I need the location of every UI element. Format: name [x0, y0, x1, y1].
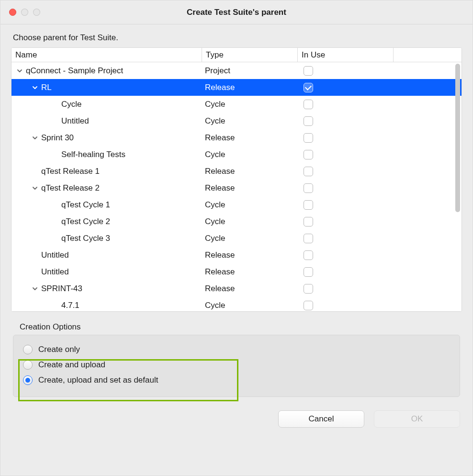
column-header-type[interactable]: Type [202, 48, 298, 62]
inuse-checkbox[interactable] [304, 100, 313, 109]
tree-row[interactable]: qTest Release 2Release [11, 180, 462, 196]
inuse-checkbox[interactable] [304, 250, 313, 260]
radio-label: Create and upload [38, 360, 105, 370]
inuse-checkbox[interactable] [304, 234, 313, 243]
dialog-footer: Cancel OK [0, 397, 473, 428]
radio-icon[interactable] [23, 345, 33, 354]
table-header: Name Type In Use [11, 48, 462, 62]
inuse-checkbox[interactable] [304, 167, 313, 176]
row-label: Cycle [61, 100, 82, 109]
tree-row[interactable]: qTest Cycle 1Cycle [11, 196, 462, 213]
tree-row[interactable]: UntitledRelease [11, 263, 462, 280]
titlebar: Create Test Suite's parent [0, 0, 473, 24]
row-label: qTest Cycle 3 [61, 234, 110, 243]
inuse-checkbox[interactable] [304, 183, 313, 193]
row-label: 4.7.1 [61, 301, 79, 310]
table-body[interactable]: qConnect - Sample ProjectProjectRLReleas… [11, 62, 462, 312]
row-label: qTest Release 1 [41, 167, 100, 176]
row-type: Release [202, 250, 298, 260]
row-type: Release [202, 284, 298, 294]
row-type: Release [202, 267, 298, 277]
creation-options-label: Creation Options [0, 312, 473, 335]
row-type: Release [202, 183, 298, 193]
tree-row[interactable]: Self-healing TestsCycle [11, 146, 462, 163]
window-controls [9, 9, 40, 16]
dialog-window: Create Test Suite's parent Choose parent… [0, 0, 473, 476]
chevron-down-icon[interactable] [32, 185, 38, 192]
inuse-checkbox[interactable] [304, 66, 313, 76]
chevron-down-icon[interactable] [32, 285, 38, 292]
radio-label: Create, upload and set as default [38, 375, 158, 385]
radio-option[interactable]: Create only [22, 342, 451, 357]
chevron-down-icon[interactable] [32, 135, 38, 141]
row-type: Project [202, 66, 298, 76]
radio-label: Create only [38, 345, 80, 354]
row-label: qTest Cycle 1 [61, 200, 110, 210]
creation-options-group: Create onlyCreate and uploadCreate, uplo… [13, 335, 460, 397]
tree-row[interactable]: CycleCycle [11, 96, 462, 113]
row-label: qTest Release 2 [41, 183, 100, 193]
inuse-checkbox[interactable] [304, 200, 313, 210]
cancel-button[interactable]: Cancel [278, 410, 364, 428]
chevron-down-icon[interactable] [32, 84, 38, 91]
tree-row[interactable]: UntitledCycle [11, 113, 462, 129]
radio-icon[interactable] [23, 360, 33, 370]
chevron-down-icon[interactable] [16, 68, 23, 74]
row-label: Sprint 30 [41, 133, 74, 143]
tree-row[interactable]: qConnect - Sample ProjectProject [11, 62, 462, 79]
row-type: Cycle [202, 200, 298, 210]
row-label: qConnect - Sample Project [26, 66, 123, 76]
row-type: Cycle [202, 100, 298, 109]
inuse-checkbox[interactable] [304, 133, 313, 143]
column-header-name[interactable]: Name [11, 48, 202, 62]
scrollbar-thumb[interactable] [455, 64, 460, 212]
row-type: Release [202, 167, 298, 176]
row-type: Cycle [202, 116, 298, 126]
row-type: Cycle [202, 217, 298, 227]
row-type: Cycle [202, 234, 298, 243]
maximize-window-button[interactable] [33, 9, 40, 16]
tree-row[interactable]: qTest Cycle 3Cycle [11, 230, 462, 247]
tree-row[interactable]: 4.7.1Cycle [11, 297, 462, 312]
inuse-checkbox[interactable] [304, 83, 313, 92]
tree-row[interactable]: SPRINT-43Release [11, 280, 462, 297]
inuse-checkbox[interactable] [304, 116, 313, 126]
ok-button: OK [374, 410, 460, 428]
row-label: SPRINT-43 [41, 284, 82, 294]
tree-row[interactable]: RLRelease [11, 79, 462, 96]
inuse-checkbox[interactable] [304, 301, 313, 310]
radio-icon[interactable] [23, 375, 33, 385]
inuse-checkbox[interactable] [304, 284, 313, 294]
tree-row[interactable]: UntitledRelease [11, 247, 462, 263]
row-label: qTest Cycle 2 [61, 217, 110, 227]
tree-table: Name Type In Use qConnect - Sample Proje… [11, 47, 462, 312]
radio-option[interactable]: Create and upload [22, 357, 451, 373]
tree-row[interactable]: Sprint 30Release [11, 129, 462, 146]
inuse-checkbox[interactable] [304, 217, 313, 227]
row-type: Cycle [202, 150, 298, 159]
row-type: Release [202, 83, 298, 92]
row-label: Untitled [61, 116, 89, 126]
close-window-button[interactable] [9, 9, 16, 16]
minimize-window-button[interactable] [21, 9, 28, 16]
row-type: Cycle [202, 301, 298, 310]
tree-row[interactable]: qTest Cycle 2Cycle [11, 213, 462, 230]
column-header-inuse[interactable]: In Use [298, 48, 394, 62]
window-title: Create Test Suite's parent [0, 8, 473, 17]
row-label: Untitled [41, 250, 69, 260]
radio-option[interactable]: Create, upload and set as default [22, 373, 451, 388]
row-label: Self-healing Tests [61, 150, 125, 159]
tree-row[interactable]: qTest Release 1Release [11, 163, 462, 180]
row-label: RL [41, 83, 52, 92]
row-label: Untitled [41, 267, 69, 277]
inuse-checkbox[interactable] [304, 150, 313, 159]
column-header-extra [394, 48, 462, 62]
instruction-text: Choose parent for Test Suite. [0, 24, 473, 47]
inuse-checkbox[interactable] [304, 267, 313, 277]
row-type: Release [202, 133, 298, 143]
